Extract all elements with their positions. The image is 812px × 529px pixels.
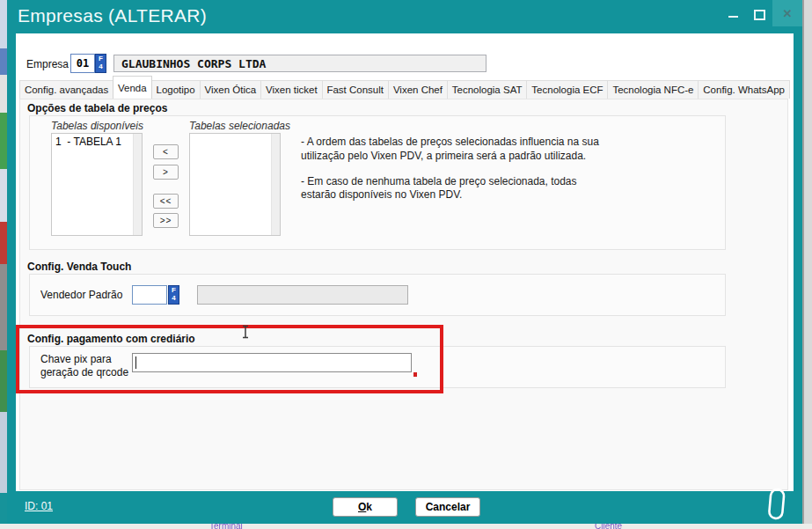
- minimize-button[interactable]: [720, 0, 746, 26]
- tab-tecnologia-sat[interactable]: Tecnologia SAT: [447, 80, 528, 99]
- tab-fast-consult[interactable]: Fast Consult: [322, 80, 389, 99]
- content-panel: Empresa F 4 Config. avançadas Venda Logo…: [16, 33, 794, 491]
- vendedor-code-field[interactable]: [132, 285, 167, 305]
- text-caret: [135, 356, 136, 369]
- ok-label-rest: k: [366, 501, 372, 513]
- price-tables-group: Tabelas disponíveis 1 - TABELA 1 Tabelas…: [29, 115, 726, 250]
- crediario-group: Chave pix para geração de qrcode: [29, 346, 726, 388]
- venda-tab-page: Opções de tabela de preços Tabelas dispo…: [19, 99, 788, 490]
- list-item[interactable]: 1 - TABELA 1: [52, 134, 142, 148]
- desktop-background-strip: [0, 0, 7, 529]
- note-order: - A ordem das tabelas de preços selecion…: [301, 136, 611, 164]
- chave-pix-input[interactable]: [132, 353, 412, 372]
- empresas-window: Empresas (ALTERAR) ✕ Empresa F 4 Config.…: [7, 0, 802, 524]
- selected-tables-listbox[interactable]: [189, 133, 281, 236]
- window-controls: ✕: [720, 0, 802, 26]
- move-all-right-button[interactable]: >>: [153, 213, 179, 228]
- price-tables-group-title: Opções de tabela de preços: [27, 102, 167, 114]
- listbox-scrollbar[interactable]: [271, 134, 280, 235]
- available-tables-label: Tabelas disponíveis: [51, 120, 143, 132]
- move-right-button[interactable]: >: [153, 165, 179, 180]
- venda-touch-group: Vendedor Padrão F 4: [29, 274, 726, 316]
- tab-venda[interactable]: Venda: [113, 76, 151, 99]
- close-icon: ✕: [783, 8, 793, 19]
- minimize-icon: [728, 16, 738, 18]
- available-tables-listbox[interactable]: 1 - TABELA 1: [51, 133, 143, 236]
- venda-touch-group-title: Config. Venda Touch: [27, 261, 131, 273]
- ok-button[interactable]: Ok: [333, 497, 398, 517]
- listbox-scrollbar[interactable]: [133, 134, 142, 235]
- record-id-link[interactable]: ID: 01: [25, 500, 53, 512]
- chave-pix-field-wrap: [132, 353, 412, 372]
- maximize-icon: [754, 10, 765, 20]
- empresa-code-field[interactable]: [70, 54, 95, 73]
- window-title: Empresas (ALTERAR): [18, 5, 207, 26]
- tab-tecnologia-nfce[interactable]: Tecnologia NFC-e: [607, 80, 699, 99]
- empresa-name-field: [113, 55, 486, 72]
- close-button[interactable]: ✕: [772, 0, 802, 26]
- background-cliente-link: Cliente: [595, 524, 622, 529]
- empresa-label: Empresa: [26, 58, 69, 70]
- crediario-group-title: Config. pagamento com crediário: [27, 333, 195, 345]
- ok-label-initial: O: [358, 501, 366, 513]
- background-terminal-link: Terminal: [209, 524, 243, 529]
- vendedor-f4-lookup-button[interactable]: F 4: [168, 285, 179, 305]
- tab-config-whatsapp[interactable]: Config. WhatsApp: [698, 80, 790, 99]
- vendedor-padrao-label: Vendedor Padrão: [40, 289, 122, 301]
- cancel-button[interactable]: Cancelar: [415, 497, 480, 517]
- f4-label-bottom: 4: [99, 63, 102, 71]
- tab-vixen-otica[interactable]: Vixen Ótica: [200, 80, 261, 99]
- tab-bar: Config. avançadas Venda Logotipo Vixen Ó…: [19, 76, 790, 99]
- chave-pix-label: Chave pix para geração de qrcode: [40, 353, 128, 379]
- paperclip-icon[interactable]: [764, 486, 790, 526]
- f4-label-bottom: 4: [172, 295, 175, 303]
- tab-vixen-ticket[interactable]: Vixen ticket: [260, 80, 322, 99]
- background-window-strip: Terminal Cliente: [0, 524, 812, 529]
- price-tables-notes: - A ordem das tabelas de preços selecion…: [301, 136, 611, 214]
- tab-vixen-chef[interactable]: Vixen Chef: [388, 80, 448, 99]
- maximize-button[interactable]: [746, 0, 772, 26]
- tab-tecnologia-ecf[interactable]: Tecnologia ECF: [526, 80, 608, 99]
- move-all-left-button[interactable]: <<: [153, 194, 179, 209]
- vendedor-name-field: [197, 285, 408, 305]
- background-window-edge: [802, 0, 812, 529]
- selected-tables-label: Tabelas selecionadas: [189, 120, 290, 132]
- tab-logotipo[interactable]: Logotipo: [151, 80, 201, 99]
- tab-config-avancadas[interactable]: Config. avançadas: [19, 80, 113, 99]
- move-left-button[interactable]: <: [153, 144, 179, 159]
- empresa-f4-lookup-button[interactable]: F 4: [95, 54, 106, 73]
- note-none-selected: - Em caso de nenhuma tabela de preço sel…: [301, 175, 611, 203]
- required-marker: [413, 372, 417, 377]
